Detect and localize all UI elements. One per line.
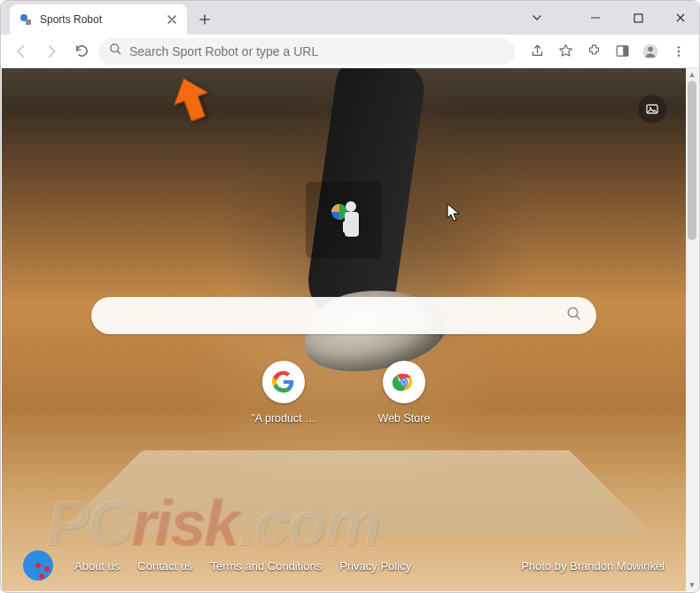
sidepanel-button[interactable] [609,38,635,65]
extensions-button[interactable] [580,38,607,65]
vertical-scrollbar[interactable]: ▲ ▼ [686,68,698,591]
customize-background-button[interactable] [638,95,666,123]
browser-tab[interactable]: Sports Robot [10,4,187,35]
extension-logo [306,182,382,258]
footer-logo-icon [23,550,53,581]
window-titlebar: Sports Robot [1,1,699,35]
svg-point-9 [678,50,680,51]
svg-point-7 [648,46,653,51]
svg-point-10 [678,54,680,56]
page-search-input[interactable] [105,308,566,324]
svg-rect-2 [634,14,642,22]
nav-reload-button[interactable] [68,38,95,65]
chrome-icon [383,361,425,403]
tab-search-button[interactable] [524,4,550,31]
menu-button[interactable] [665,38,692,65]
scrollbar-thumb[interactable] [688,81,696,240]
svg-rect-15 [343,221,348,233]
window-close-button[interactable] [667,4,694,31]
svg-rect-1 [26,20,31,25]
tab-title: Sports Robot [40,13,166,26]
window-controls [524,1,694,35]
window-minimize-button[interactable] [582,4,609,31]
tab-favicon [19,12,33,27]
mouse-cursor-icon [447,203,461,226]
photo-attribution: Photo by Brandon Mowinkel [521,559,665,573]
footer-link-contact[interactable]: Contact us [137,559,192,573]
footer-link-privacy[interactable]: Privacy Policy [339,559,411,573]
scroll-down-icon[interactable]: ▼ [686,579,698,591]
shortcuts-row: "A product … Web Store [241,361,447,425]
page-search-bar[interactable] [91,297,596,334]
tab-close-icon[interactable] [166,13,178,26]
footer-link-about[interactable]: About us [74,559,120,573]
footer-link-terms[interactable]: Terms and Conditions [210,559,322,573]
browser-toolbar [1,35,699,68]
svg-rect-5 [623,46,628,56]
scroll-up-icon[interactable]: ▲ [686,68,698,81]
nav-forward-button[interactable] [38,38,65,65]
shortcut-label: Web Store [378,412,431,425]
svg-point-21 [402,380,406,384]
window-maximize-button[interactable] [625,4,651,31]
omnibox-input[interactable] [129,44,504,59]
page-footer: About us Contact us Terms and Conditions… [2,550,686,581]
search-icon [109,43,122,59]
address-bar[interactable] [98,38,515,65]
shortcut-tile[interactable]: "A product … [241,361,326,425]
nav-back-button[interactable] [8,38,35,65]
shortcut-label: "A product … [251,412,315,425]
share-button[interactable] [524,38,550,65]
page-viewport: "A product … Web Store PCrisk.com About … [2,68,686,591]
page-search-submit-icon[interactable] [566,306,582,325]
profile-button[interactable] [637,38,664,65]
bookmark-button[interactable] [552,38,579,65]
svg-point-8 [678,46,680,48]
google-icon [262,361,305,403]
svg-point-16 [346,201,356,212]
new-tab-button[interactable] [192,7,217,32]
shortcut-tile[interactable]: Web Store [362,361,447,425]
